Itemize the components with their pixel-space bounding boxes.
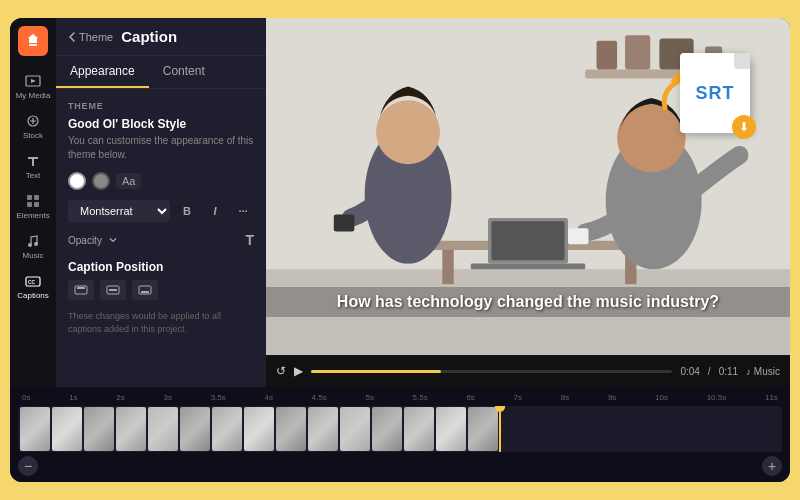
svg-rect-17 [141, 291, 149, 293]
sidebar-label-text: Text [26, 171, 41, 180]
color-gray[interactable] [92, 172, 110, 190]
position-top-icon [74, 285, 88, 295]
ruler-marks: 0s 1s 2s 3s 3.5s 4s 4.5s 5s 5.5s 6s 7s 8… [22, 393, 778, 402]
captions-icon: CC [25, 273, 41, 289]
color-row: Aa [68, 172, 254, 190]
replay-button[interactable]: ↺ [276, 364, 286, 378]
position-middle-button[interactable] [100, 280, 126, 300]
progress-bar[interactable] [311, 370, 672, 373]
bold-button[interactable]: B [176, 200, 198, 222]
timeline-ruler: 0s 1s 2s 3s 3.5s 4s 4.5s 5s 5.5s 6s 7s 8… [18, 393, 782, 402]
mark-5: 5s [365, 393, 373, 402]
thumb-7 [212, 407, 242, 451]
media-icon [25, 73, 41, 89]
mark-6: 6s [466, 393, 474, 402]
thumb-4 [116, 407, 146, 451]
mark-2: 2s [116, 393, 124, 402]
caption-panel-header: Theme Caption [56, 18, 266, 56]
position-label: Caption Position [68, 260, 254, 274]
theme-name: Good Ol' Block Style [68, 117, 254, 131]
track-thumbnails [18, 406, 500, 452]
opacity-label: Opacity [68, 235, 102, 246]
color-white[interactable] [68, 172, 86, 190]
svg-rect-6 [27, 202, 32, 207]
theme-section-label: THEME [68, 101, 254, 111]
back-button[interactable]: Theme [68, 31, 113, 43]
mark-0: 0s [22, 393, 30, 402]
font-row: Montserrat B I ··· [68, 200, 254, 222]
svg-point-30 [376, 100, 440, 164]
thumb-2 [52, 407, 82, 451]
position-top-button[interactable] [68, 280, 94, 300]
sidebar: My Media Stock Text [10, 18, 56, 387]
mark-4: 4s [264, 393, 272, 402]
time-current: 0:04 [680, 366, 699, 377]
svg-rect-37 [471, 264, 585, 270]
play-button[interactable]: ▶ [294, 364, 303, 378]
sidebar-label-captions: Captions [17, 291, 49, 300]
video-controls: ↺ ▶ 0:04 / 0:11 ♪ Music [266, 355, 790, 387]
opacity-chevron-icon [108, 235, 118, 245]
sidebar-label-elements: Elements [16, 211, 49, 220]
svg-rect-27 [442, 250, 453, 284]
sidebar-label-music: Music [23, 251, 44, 260]
tab-content[interactable]: Content [149, 56, 219, 88]
sidebar-item-elements[interactable]: Elements [15, 188, 51, 224]
stock-icon [25, 113, 41, 129]
more-options-button[interactable]: ··· [232, 200, 254, 222]
mark-7: 7s [514, 393, 522, 402]
playhead[interactable] [499, 406, 501, 452]
sidebar-item-music[interactable]: Music [15, 228, 51, 264]
sidebar-item-text[interactable]: Text [15, 148, 51, 184]
italic-button[interactable]: I [204, 200, 226, 222]
music-icon [25, 233, 41, 249]
app-logo [18, 26, 48, 56]
position-icons [68, 280, 254, 300]
svg-rect-36 [491, 221, 564, 260]
tab-appearance[interactable]: Appearance [56, 56, 149, 88]
srt-paper: SRT ⬇ [680, 53, 750, 133]
time-separator: / [708, 366, 711, 377]
video-area: How has technology changed the music ind… [266, 18, 790, 387]
timeline-track[interactable] [18, 406, 782, 452]
svg-point-8 [28, 243, 32, 247]
position-middle-icon [106, 285, 120, 295]
thumb-1 [20, 407, 50, 451]
sidebar-item-captions[interactable]: CC Captions [15, 268, 51, 304]
svg-marker-2 [31, 79, 36, 83]
aa-button[interactable]: Aa [116, 173, 141, 189]
position-bottom-button[interactable] [132, 280, 158, 300]
zoom-out-button[interactable]: − [18, 456, 38, 476]
svg-point-9 [34, 242, 38, 246]
progress-fill [311, 370, 441, 373]
sidebar-label-stock: Stock [23, 131, 43, 140]
mark-1: 1s [69, 393, 77, 402]
svg-rect-31 [334, 214, 355, 231]
thumb-3 [84, 407, 114, 451]
elements-icon [25, 193, 41, 209]
sidebar-item-my-media[interactable]: My Media [15, 68, 51, 104]
font-select[interactable]: Montserrat [68, 200, 170, 222]
thumb-5 [148, 407, 178, 451]
svg-rect-7 [34, 202, 39, 207]
svg-rect-34 [568, 228, 589, 244]
mark-9: 9s [608, 393, 616, 402]
mark-5-5: 5.5s [413, 393, 428, 402]
add-track-button[interactable]: + [762, 456, 782, 476]
svg-rect-15 [109, 289, 117, 291]
svg-text:CC: CC [28, 279, 36, 285]
text-t-icon: T [245, 232, 254, 248]
main-container: My Media Stock Text [10, 18, 790, 482]
mark-10: 10s [655, 393, 668, 402]
panel-title: Caption [121, 28, 177, 45]
sidebar-item-stock[interactable]: Stock [15, 108, 51, 144]
thumb-9 [276, 407, 306, 451]
svg-rect-22 [597, 41, 618, 70]
content-area: My Media Stock Text [10, 18, 790, 387]
mark-3: 3s [163, 393, 171, 402]
mark-10-5: 10.5s [707, 393, 727, 402]
mark-8: 8s [561, 393, 569, 402]
thumb-14 [436, 407, 466, 451]
caption-note: These changes would be applied to all ca… [68, 310, 254, 335]
position-bottom-icon [138, 285, 152, 295]
